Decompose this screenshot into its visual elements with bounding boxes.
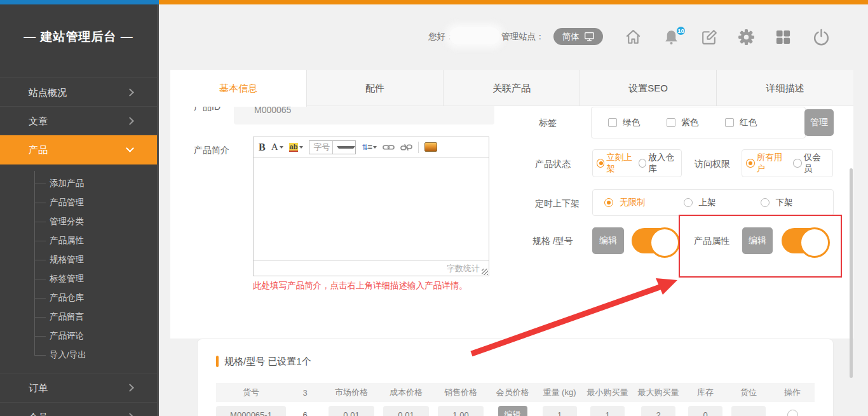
editor-toolbar: B A ab 字号 ⇅≡ xyxy=(254,137,489,158)
intro-hint-text: 此处填写产品简介，点击右上角详细描述输入产品详情。 xyxy=(253,280,468,292)
resize-grip[interactable] xyxy=(482,269,488,275)
font-size-select[interactable]: 字号 xyxy=(309,140,356,154)
sku-input[interactable]: M000065-1 xyxy=(216,406,286,416)
schedule-option-off[interactable]: 下架 xyxy=(761,197,793,208)
sidebar-item-articles[interactable]: 文章 xyxy=(0,106,157,135)
col-stock: 库存 xyxy=(684,387,727,398)
radio-icon[interactable] xyxy=(761,198,770,207)
tab-basic-info[interactable]: 基本信息 xyxy=(170,70,307,107)
access-option-all[interactable]: 所有用户 xyxy=(746,152,790,175)
section-accent-bar xyxy=(216,356,219,367)
chevron-right-icon xyxy=(126,413,134,416)
location-input[interactable] xyxy=(731,406,766,416)
language-button[interactable]: 简体 xyxy=(553,28,603,45)
tab-related-products[interactable]: 关联产品 xyxy=(444,70,580,106)
tree-tick xyxy=(34,184,46,184)
caret-down-icon xyxy=(280,146,283,149)
spec-edit-button[interactable]: 编辑 xyxy=(592,227,624,254)
tree-tick xyxy=(34,260,46,260)
tag-option-green[interactable]: 绿色 xyxy=(608,117,640,128)
tag-option-red[interactable]: 红色 xyxy=(725,117,757,128)
caret-down-icon xyxy=(373,146,377,149)
sidebar-item-orders[interactable]: 订单 xyxy=(0,373,157,401)
tab-accessories[interactable]: 配件 xyxy=(307,70,444,106)
monitor-icon xyxy=(584,31,595,42)
sidebar-subitem-product-review[interactable]: 产品评论 xyxy=(50,326,151,346)
weight-input[interactable]: 1 xyxy=(543,406,577,416)
sidebar-subitem-product-attr[interactable]: 产品属性 xyxy=(50,231,151,250)
line-height-button[interactable]: ⇅≡ xyxy=(362,142,377,152)
max-qty-input[interactable]: 2 xyxy=(641,406,675,416)
sidebar-item-site-overview[interactable]: 站点概况 xyxy=(0,77,157,106)
sidebar-subitem-product-manage[interactable]: 产品管理 xyxy=(50,193,151,212)
settings-gear-icon[interactable] xyxy=(737,28,756,49)
apps-grid-icon[interactable] xyxy=(775,29,792,48)
sidebar-subitem-product-message[interactable]: 产品留言 xyxy=(50,307,151,326)
col-sku: 货号 xyxy=(216,387,286,398)
checkbox-icon[interactable] xyxy=(725,118,734,127)
font-color-button[interactable]: A xyxy=(271,142,283,152)
sidebar-subitem-tag-manage[interactable]: 标签管理 xyxy=(50,269,151,288)
sidebar-subitem-product-warehouse[interactable]: 产品仓库 xyxy=(50,288,151,307)
insert-link-button[interactable] xyxy=(383,144,395,151)
col-cost-price: 成本价格 xyxy=(379,387,433,398)
col-weight: 重量 (kg) xyxy=(537,387,582,398)
radio-icon[interactable] xyxy=(684,198,693,207)
radio-icon[interactable] xyxy=(639,159,646,168)
stock-input[interactable]: 0 xyxy=(688,406,722,416)
sidebar-item-members[interactable]: 会员 xyxy=(0,402,157,416)
highlight-button[interactable]: ab xyxy=(289,143,304,152)
checkbox-icon[interactable] xyxy=(667,118,675,127)
member-price-edit-button[interactable]: 编辑 xyxy=(498,406,527,416)
schedule-option-on[interactable]: 上架 xyxy=(684,197,716,208)
link-icon xyxy=(383,144,395,151)
radio-selected-icon[interactable] xyxy=(604,198,613,207)
cost-price-input[interactable]: 0.01 xyxy=(383,406,429,416)
edit-icon[interactable] xyxy=(700,28,718,49)
insert-image-button[interactable] xyxy=(424,142,437,152)
tags-manage-button[interactable]: 管理 xyxy=(804,109,834,136)
tab-detail-desc[interactable]: 详细描述 xyxy=(717,70,853,106)
blurred-username xyxy=(449,27,500,44)
vertical-scrollbar-thumb[interactable] xyxy=(850,168,853,378)
toolbar-separator xyxy=(418,142,419,153)
schedule-option-none[interactable]: 无限制 xyxy=(604,197,646,208)
line-height-icon: ⇅≡ xyxy=(362,142,372,152)
sidebar-subitem-add-product[interactable]: 添加产品 xyxy=(50,174,151,193)
power-icon[interactable] xyxy=(812,28,831,49)
sidebar-item-products[interactable]: 产品 xyxy=(0,135,157,164)
remove-link-button[interactable] xyxy=(400,143,412,152)
subitem-label: 添加产品 xyxy=(50,178,84,188)
home-icon[interactable] xyxy=(624,28,642,49)
checkbox-icon[interactable] xyxy=(608,118,617,127)
bold-button[interactable]: B xyxy=(259,142,266,153)
access-option-members[interactable]: 仅会员 xyxy=(793,152,829,175)
radio-selected-icon[interactable] xyxy=(746,159,755,168)
subitem-label: 标签管理 xyxy=(50,274,84,283)
top-strip-orange xyxy=(159,0,868,4)
sale-price-input[interactable]: 1.00 xyxy=(438,406,484,416)
chevron-right-icon xyxy=(126,117,134,125)
tag-option-purple[interactable]: 紫色 xyxy=(667,117,698,128)
min-qty-input[interactable]: 1 xyxy=(590,406,625,416)
editor-textarea[interactable] xyxy=(254,158,489,260)
col-member-price: 会员价格 xyxy=(488,387,537,398)
spec-section-card xyxy=(197,339,834,416)
caret-down-icon xyxy=(299,146,303,149)
radio-icon[interactable] xyxy=(793,159,802,168)
product-status-label: 产品状态 xyxy=(535,159,571,170)
radio-selected-icon[interactable] xyxy=(597,159,604,168)
sidebar-item-label: 产品 xyxy=(29,144,48,155)
tab-seo[interactable]: 设置SEO xyxy=(580,70,717,106)
status-option-warehouse[interactable]: 放入仓库 xyxy=(639,152,677,175)
spec-toggle-on[interactable] xyxy=(632,228,679,253)
rich-text-editor: B A ab 字号 ⇅≡ 字数统计 xyxy=(253,137,489,276)
delete-row-icon[interactable] xyxy=(787,410,798,416)
word-count-label: 字数统计 xyxy=(447,264,480,273)
sidebar-subitem-category-manage[interactable]: 管理分类 xyxy=(50,212,151,231)
sidebar-subitem-import-export[interactable]: 导入/导出 xyxy=(50,346,151,365)
market-price-input[interactable]: 0.01 xyxy=(329,406,374,416)
status-option-onsale[interactable]: 立刻上架 xyxy=(597,152,635,175)
subitem-label: 规格管理 xyxy=(50,255,84,264)
sidebar-subitem-spec-manage[interactable]: 规格管理 xyxy=(50,250,151,269)
